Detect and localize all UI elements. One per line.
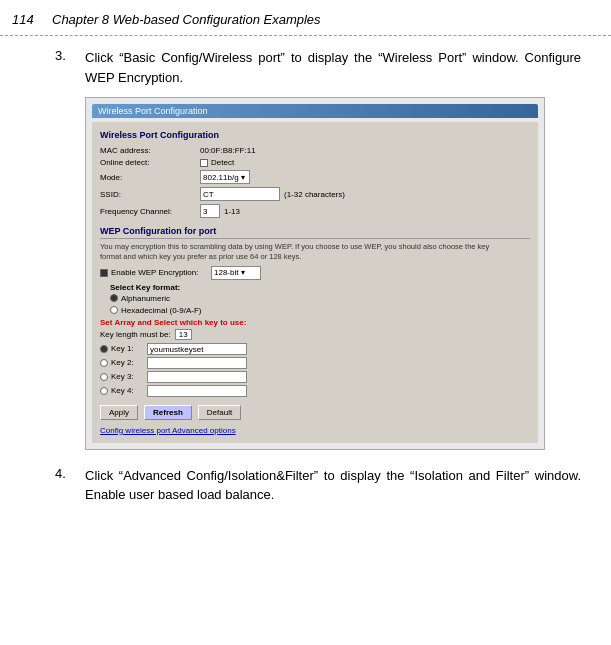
sc-key3-row: Key 3: xyxy=(100,371,530,383)
sc-radio-alphanumeric[interactable] xyxy=(110,294,118,302)
sc-key-length-label: Key length must be: xyxy=(100,330,171,339)
step-3-section: 3. Click “Basic Config/Wireless port” to… xyxy=(0,48,611,450)
sc-freq-hint: 1-13 xyxy=(224,207,240,216)
sc-ssid-row: SSID: CT (1-32 characters) xyxy=(100,187,530,201)
sc-ssid-input[interactable]: CT xyxy=(200,187,280,201)
sc-refresh-button[interactable]: Refresh xyxy=(144,405,192,420)
sc-button-row: Apply Refresh Default xyxy=(100,405,530,420)
sc-key4-input[interactable] xyxy=(147,385,247,397)
sc-wep-title: WEP Configuration for port xyxy=(100,226,530,239)
sc-default-button[interactable]: Default xyxy=(198,405,241,420)
sc-enable-wep-checkbox[interactable] xyxy=(100,269,108,277)
screenshot-inner: Wireless Port Configuration MAC address:… xyxy=(92,122,538,443)
sc-main-title: Wireless Port Configuration xyxy=(100,130,530,140)
titlebar-text: Wireless Port Configuration xyxy=(98,106,208,116)
sc-mode-row: Mode: 802.11b/g ▾ xyxy=(100,170,530,184)
sc-format-hex-row: Hexadecimal (0-9/A-F) xyxy=(110,306,530,315)
step-4-row: 4. Click “Advanced Config/Isolation&Filt… xyxy=(55,466,581,505)
sc-key-format-title: Select Key format: xyxy=(110,283,530,292)
sc-key2-label: Key 2: xyxy=(111,358,147,367)
step-3-text: Click “Basic Config/Wireless port” to di… xyxy=(85,48,581,87)
step-4-section: 4. Click “Advanced Config/Isolation&Filt… xyxy=(0,466,611,505)
sc-mode-label: Mode: xyxy=(100,173,200,182)
screenshot-box: Wireless Port Configuration Wireless Por… xyxy=(85,97,545,450)
sc-key4-label: Key 4: xyxy=(111,386,147,395)
sc-keys-container: Key 1: youmustkeyset Key 2: Key 3: xyxy=(100,343,530,397)
screenshot-titlebar: Wireless Port Configuration xyxy=(92,104,538,118)
sc-key-array-title: Set Array and Select which key to use: xyxy=(100,318,530,327)
sc-detect-label: Online detect: xyxy=(100,158,200,167)
sc-freq-label: Frequency Channel: xyxy=(100,207,200,216)
sc-radio-hex[interactable] xyxy=(110,306,118,314)
sc-key4-row: Key 4: xyxy=(100,385,530,397)
sc-key-length-row: Key length must be: 13 xyxy=(100,329,530,340)
sc-key1-label: Key 1: xyxy=(111,344,147,353)
sc-key2-input[interactable] xyxy=(147,357,247,369)
step-3-num: 3. xyxy=(55,48,85,63)
step-4-num: 4. xyxy=(55,466,85,481)
sc-key2-radio[interactable] xyxy=(100,359,108,367)
sc-key3-input[interactable] xyxy=(147,371,247,383)
sc-apply-button[interactable]: Apply xyxy=(100,405,138,420)
step-3-row: 3. Click “Basic Config/Wireless port” to… xyxy=(55,48,581,87)
sc-detect-checkbox[interactable] xyxy=(200,159,208,167)
sc-key1-input[interactable]: youmustkeyset xyxy=(147,343,247,355)
sc-mode-select[interactable]: 802.11b/g ▾ xyxy=(200,170,250,184)
page-container: 114 Chapter 8 Web-based Configuration Ex… xyxy=(0,0,611,529)
page-number: 114 xyxy=(12,12,52,27)
sc-wep-info: You may encryption this to scrambling da… xyxy=(100,242,530,262)
sc-ssid-label: SSID: xyxy=(100,190,200,199)
sc-footer-link[interactable]: Config wireless port Advanced options xyxy=(100,426,530,435)
sc-key2-row: Key 2: xyxy=(100,357,530,369)
sc-detect-value: Detect xyxy=(211,158,234,167)
sc-mac-row: MAC address: 00:0F:B8:FF:11 xyxy=(100,146,530,155)
sc-enable-wep-row: Enable WEP Encryption: 128-bit ▾ xyxy=(100,266,530,280)
sc-format-alphanumeric-label: Alphanumeric xyxy=(121,294,170,303)
sc-freq-row: Frequency Channel: 3 1-13 xyxy=(100,204,530,218)
sc-ssid-hint: (1-32 characters) xyxy=(284,190,345,199)
sc-key1-radio[interactable] xyxy=(100,345,108,353)
sc-enable-wep-select[interactable]: 128-bit ▾ xyxy=(211,266,261,280)
chapter-title: Chapter 8 Web-based Configuration Exampl… xyxy=(52,12,321,27)
sc-key4-radio[interactable] xyxy=(100,387,108,395)
sc-detect-row: Online detect: Detect xyxy=(100,158,530,167)
sc-format-hex-label: Hexadecimal (0-9/A-F) xyxy=(121,306,201,315)
sc-key3-label: Key 3: xyxy=(111,372,147,381)
sc-format-alphanumeric-row: Alphanumeric xyxy=(110,294,530,303)
sc-freq-input[interactable]: 3 xyxy=(200,204,220,218)
header-row: 114 Chapter 8 Web-based Configuration Ex… xyxy=(0,8,611,36)
sc-enable-wep-label: Enable WEP Encryption: xyxy=(111,268,211,277)
sc-mac-label: MAC address: xyxy=(100,146,200,155)
sc-key1-row: Key 1: youmustkeyset xyxy=(100,343,530,355)
sc-mac-value: 00:0F:B8:FF:11 xyxy=(200,146,256,155)
sc-key-length-value: 13 xyxy=(175,329,192,340)
step-4-text: Click “Advanced Config/Isolation&Filter”… xyxy=(85,466,581,505)
sc-key3-radio[interactable] xyxy=(100,373,108,381)
